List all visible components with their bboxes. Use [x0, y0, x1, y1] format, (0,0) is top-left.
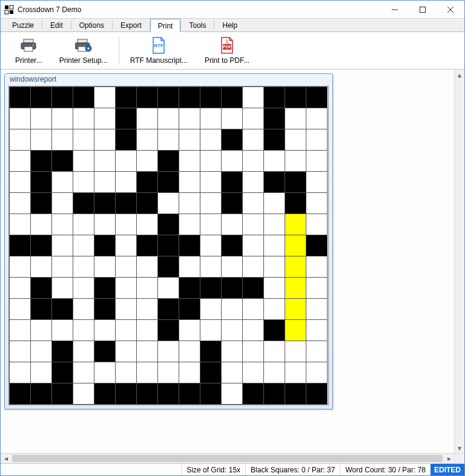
scroll-right-icon[interactable]: ▸ — [444, 454, 454, 463]
grid-cell[interactable] — [222, 108, 243, 129]
grid-cell[interactable] — [10, 172, 31, 193]
grid-cell[interactable] — [179, 87, 200, 108]
grid-cell[interactable] — [222, 383, 243, 405]
grid-cell[interactable] — [31, 320, 52, 341]
grid-cell[interactable] — [137, 87, 158, 108]
grid-cell[interactable] — [179, 108, 200, 129]
grid-cell[interactable] — [285, 383, 306, 405]
grid-cell[interactable] — [31, 235, 52, 256]
crossword-grid[interactable] — [9, 86, 328, 405]
scroll-up-icon[interactable]: ▴ — [455, 70, 464, 80]
grid-cell[interactable] — [94, 214, 116, 235]
grid-cell[interactable] — [10, 278, 31, 299]
grid-cell[interactable] — [264, 362, 285, 383]
grid-cell[interactable] — [116, 383, 137, 405]
grid-cell[interactable] — [116, 172, 137, 193]
printer-button[interactable]: Printer... — [7, 33, 51, 68]
grid-cell[interactable] — [222, 235, 243, 256]
grid-cell[interactable] — [94, 151, 116, 172]
grid-cell[interactable] — [52, 129, 73, 151]
grid-cell[interactable] — [306, 383, 328, 405]
grid-cell[interactable] — [158, 214, 179, 235]
grid-cell[interactable] — [200, 87, 222, 108]
grid-cell[interactable] — [31, 341, 52, 362]
grid-cell[interactable] — [179, 129, 200, 151]
grid-cell[interactable] — [158, 235, 179, 256]
grid-cell[interactable] — [158, 129, 179, 151]
grid-cell[interactable] — [137, 299, 158, 320]
grid-cell[interactable] — [10, 129, 31, 151]
grid-cell[interactable] — [285, 87, 306, 108]
grid-cell[interactable] — [222, 278, 243, 299]
grid-cell[interactable] — [200, 256, 222, 278]
grid-cell[interactable] — [222, 193, 243, 214]
grid-cell[interactable] — [52, 341, 73, 362]
grid-cell[interactable] — [222, 362, 243, 383]
grid-cell[interactable] — [200, 129, 222, 151]
grid-cell[interactable] — [264, 129, 285, 151]
grid-cell[interactable] — [137, 278, 158, 299]
grid-cell[interactable] — [52, 235, 73, 256]
grid-cell[interactable] — [10, 320, 31, 341]
grid-cell[interactable] — [285, 256, 306, 278]
grid-cell[interactable] — [73, 87, 94, 108]
grid-cell[interactable] — [306, 341, 328, 362]
menu-help[interactable]: Help — [214, 19, 245, 31]
grid-cell[interactable] — [306, 108, 328, 129]
horizontal-scrollbar[interactable]: ◂ ▸ — [1, 453, 454, 463]
grid-cell[interactable] — [158, 362, 179, 383]
grid-cell[interactable] — [116, 299, 137, 320]
grid-cell[interactable] — [264, 87, 285, 108]
grid-cell[interactable] — [73, 235, 94, 256]
grid-cell[interactable] — [264, 256, 285, 278]
grid-cell[interactable] — [31, 383, 52, 405]
grid-cell[interactable] — [306, 256, 328, 278]
grid-cell[interactable] — [285, 341, 306, 362]
grid-cell[interactable] — [264, 320, 285, 341]
grid-cell[interactable] — [31, 172, 52, 193]
grid-cell[interactable] — [52, 383, 73, 405]
grid-cell[interactable] — [52, 193, 73, 214]
grid-cell[interactable] — [137, 129, 158, 151]
maximize-button[interactable] — [409, 1, 437, 18]
grid-cell[interactable] — [243, 320, 264, 341]
grid-cell[interactable] — [243, 129, 264, 151]
close-button[interactable] — [437, 1, 464, 18]
grid-cell[interactable] — [31, 299, 52, 320]
grid-cell[interactable] — [179, 151, 200, 172]
grid-cell[interactable] — [285, 172, 306, 193]
grid-cell[interactable] — [31, 256, 52, 278]
grid-cell[interactable] — [200, 341, 222, 362]
grid-cell[interactable] — [31, 278, 52, 299]
grid-cell[interactable] — [10, 214, 31, 235]
grid-cell[interactable] — [116, 151, 137, 172]
grid-cell[interactable] — [31, 151, 52, 172]
grid-cell[interactable] — [73, 151, 94, 172]
grid-cell[interactable] — [52, 172, 73, 193]
grid-cell[interactable] — [137, 193, 158, 214]
grid-cell[interactable] — [73, 362, 94, 383]
grid-cell[interactable] — [222, 129, 243, 151]
scroll-left-icon[interactable]: ◂ — [1, 454, 11, 463]
grid-cell[interactable] — [94, 172, 116, 193]
grid-cell[interactable] — [137, 172, 158, 193]
grid-cell[interactable] — [158, 341, 179, 362]
grid-cell[interactable] — [179, 172, 200, 193]
grid-cell[interactable] — [200, 214, 222, 235]
grid-cell[interactable] — [179, 383, 200, 405]
grid-cell[interactable] — [285, 129, 306, 151]
grid-cell[interactable] — [200, 362, 222, 383]
grid-cell[interactable] — [285, 214, 306, 235]
grid-cell[interactable] — [264, 235, 285, 256]
grid-cell[interactable] — [264, 341, 285, 362]
grid-cell[interactable] — [285, 235, 306, 256]
grid-cell[interactable] — [94, 108, 116, 129]
grid-cell[interactable] — [10, 108, 31, 129]
grid-cell[interactable] — [306, 129, 328, 151]
grid-cell[interactable] — [222, 299, 243, 320]
grid-cell[interactable] — [179, 256, 200, 278]
grid-cell[interactable] — [94, 341, 116, 362]
grid-cell[interactable] — [137, 151, 158, 172]
grid-cell[interactable] — [94, 278, 116, 299]
grid-cell[interactable] — [285, 299, 306, 320]
